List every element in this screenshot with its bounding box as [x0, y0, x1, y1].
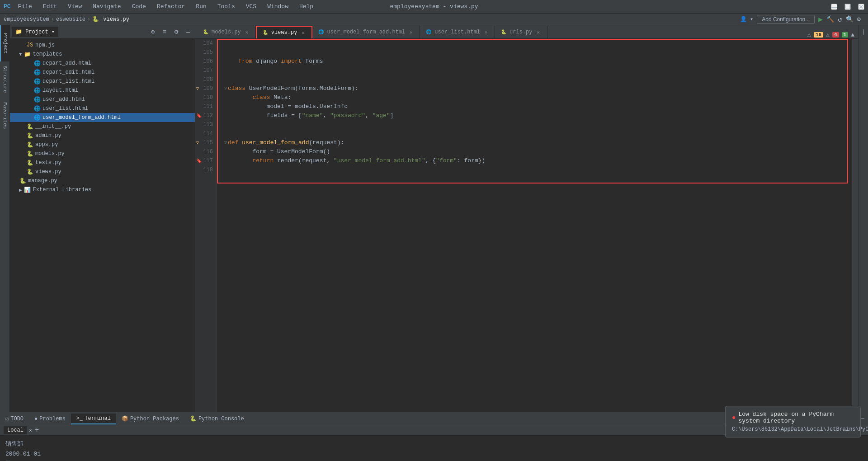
close-button[interactable]: ✕	[858, 4, 864, 10]
run-button[interactable]: ▶	[818, 15, 823, 24]
file-npmjs[interactable]: JS npm.js	[10, 41, 195, 50]
file-manage[interactable]: 🐍 manage.py	[10, 176, 195, 185]
file-user-add[interactable]: 🌐 user_add.html	[10, 95, 195, 104]
breadcrumb: employeesystem › eswebsite › 🐍 views.py …	[0, 14, 868, 25]
terminal-hide-icon[interactable]: —	[861, 415, 864, 422]
line-118: 118	[195, 165, 217, 174]
file-depart-add[interactable]: 🌐 depart_add.html	[10, 59, 195, 68]
menu-file[interactable]: File	[14, 2, 36, 11]
tab-views-py-close[interactable]: ✕	[300, 29, 306, 36]
sidebar-hide-button[interactable]: —	[183, 27, 193, 37]
tab-urls-py-close[interactable]: ✕	[535, 29, 542, 35]
breadcrumb-project[interactable]: employeesystem	[4, 16, 49, 23]
breadcrumb-file[interactable]: 🐍 views.py	[92, 16, 129, 23]
file-user-model-form-add[interactable]: 🌐 user_model_form_add.html	[10, 113, 195, 122]
favorites-panel-tab[interactable]: Favorites	[0, 98, 10, 134]
py-icon-5: 🐍	[26, 159, 33, 166]
tab-todo[interactable]: ☑ TODO	[0, 414, 29, 424]
minimize-button[interactable]: —	[831, 4, 837, 10]
file-apps[interactable]: 🐍 apps.py	[10, 140, 195, 149]
warning-icon: ⚠	[807, 31, 811, 38]
py-icon-4: 🐍	[26, 150, 33, 157]
sidebar-project-tab[interactable]: 📁 Project ▾	[12, 27, 58, 37]
sidebar-locate-button[interactable]: ⊕	[148, 27, 158, 37]
file-layout[interactable]: 🌐 layout.html	[10, 86, 195, 95]
tab-user-model-form-add-html[interactable]: 🌐 user_model_form_add.html ✕	[312, 26, 420, 38]
refresh-icon[interactable]: ↺	[838, 15, 842, 24]
menu-code[interactable]: Code	[128, 2, 150, 11]
tab-user-model-form-add-html-close[interactable]: ✕	[408, 29, 414, 35]
menu-edit[interactable]: Edit	[39, 2, 61, 11]
file-init[interactable]: 🐍 __init__.py	[10, 122, 195, 131]
terminal-local-close[interactable]: ✕	[29, 428, 32, 433]
maximize-button[interactable]: ☐	[844, 4, 851, 10]
sidebar-header: 📁 Project ▾ ⊕ ≡ ⚙ —	[10, 25, 195, 39]
file-admin[interactable]: 🐍 admin.py	[10, 131, 195, 140]
tab-user-list-html-close[interactable]: ✕	[483, 29, 489, 35]
user-icon[interactable]: 👤 ▾	[740, 16, 753, 23]
terminal-line-1: 销售部	[5, 439, 863, 449]
line-112: 🔖 112	[195, 111, 217, 120]
file-depart-edit-label: depart_edit.html	[42, 69, 94, 75]
line-109: ▽ 109	[195, 84, 217, 93]
structure-panel-tab[interactable]: Structure	[0, 61, 10, 98]
file-models[interactable]: 🐍 models.py	[10, 149, 195, 158]
breadcrumb-eswebsite[interactable]: eswebsite	[56, 16, 85, 23]
tab-user-list-html[interactable]: 🌐 user_list.html ✕	[420, 26, 495, 38]
code-line-117: return render(request, "user_model_form_…	[217, 156, 852, 165]
editor-scrollbar[interactable]	[852, 39, 858, 412]
file-depart-list[interactable]: 🌐 depart_list.html	[10, 77, 195, 86]
terminal-local-tab[interactable]: Local	[4, 426, 27, 434]
folder-templates[interactable]: ▼ 📁 templates	[10, 50, 195, 59]
code-str-template-117: "user_model_form_add.html"	[334, 156, 425, 165]
folder-external-libraries-label: External Libraries	[33, 187, 92, 193]
terminal-add-button[interactable]: +	[35, 426, 39, 434]
terminal-output: 销售部 2000-01-01 男 技术部 2001-01-01 女 策划部 20…	[0, 436, 868, 461]
fold-icon-109[interactable]: ▽	[224, 84, 227, 93]
tab-models-py-close[interactable]: ✕	[244, 29, 250, 35]
tab-models-py[interactable]: 🐍 models.py ✕	[197, 26, 256, 38]
file-tests[interactable]: 🐍 tests.py	[10, 158, 195, 167]
fold-icon-115[interactable]: ▽	[224, 138, 227, 147]
menu-refactor[interactable]: Refactor	[153, 2, 189, 11]
folder-templates-icon: 📁	[24, 51, 31, 58]
menu-vcs[interactable]: VCS	[242, 2, 260, 11]
file-npmjs-label: npm.js	[35, 42, 55, 48]
tab-python-packages[interactable]: 📦 Python Packages	[116, 414, 184, 424]
folder-external-libraries[interactable]: ▶ 📊 External Libraries	[10, 185, 195, 194]
nav-up-button[interactable]: ▲	[851, 32, 854, 38]
search-icon[interactable]: 🔍	[846, 15, 854, 23]
file-depart-edit[interactable]: 🌐 depart_edit.html	[10, 68, 195, 77]
tab-python-console[interactable]: 🐍 Python Console	[184, 414, 250, 424]
menu-view[interactable]: View	[64, 2, 85, 11]
code-indent-117	[224, 156, 252, 165]
todo-icon: ☑	[5, 415, 9, 422]
html-icon-4: 🌐	[33, 87, 41, 94]
menu-help[interactable]: Help	[296, 2, 317, 11]
python-console-icon: 🐍	[190, 415, 197, 422]
editor-content: 104 105 106 107 108 ▽ 109 110 111 🔖 112	[195, 39, 858, 412]
menu-window[interactable]: Window	[264, 2, 292, 11]
file-views[interactable]: 🐍 views.py	[10, 167, 195, 176]
js-file-icon: JS	[26, 42, 33, 49]
error-count-icon: ⚠	[826, 31, 830, 38]
sidebar-settings-button[interactable]: ⚙	[171, 27, 181, 37]
build-icon[interactable]: 🔨	[826, 15, 834, 23]
project-panel-tab[interactable]: Project	[0, 25, 10, 61]
code-editor[interactable]: from django import forms ▽ class UserMod…	[217, 39, 852, 412]
menu-tools[interactable]: Tools	[214, 2, 239, 11]
terminal-line-2: 2000-01-01	[5, 449, 863, 459]
tab-terminal[interactable]: >_ Terminal	[71, 414, 116, 424]
add-configuration-button[interactable]: Add Configuration...	[757, 15, 815, 24]
file-user-list[interactable]: 🌐 user_list.html	[10, 104, 195, 113]
tab-urls-py[interactable]: 🐍 urls.py ✕	[495, 26, 547, 38]
tab-views-py[interactable]: 🐍 views.py ✕	[256, 26, 313, 38]
settings-icon[interactable]: ⚙	[857, 15, 861, 23]
menu-run[interactable]: Run	[192, 2, 210, 11]
sidebar-collapse-button[interactable]: ≡	[160, 27, 170, 37]
tab-problems[interactable]: ● Problems	[29, 414, 71, 424]
terminal-line-3: 男	[5, 459, 863, 461]
code-forms-106: forms	[302, 57, 323, 66]
tab-models-py-icon: 🐍	[203, 29, 209, 35]
menu-navigate[interactable]: Navigate	[89, 2, 124, 11]
